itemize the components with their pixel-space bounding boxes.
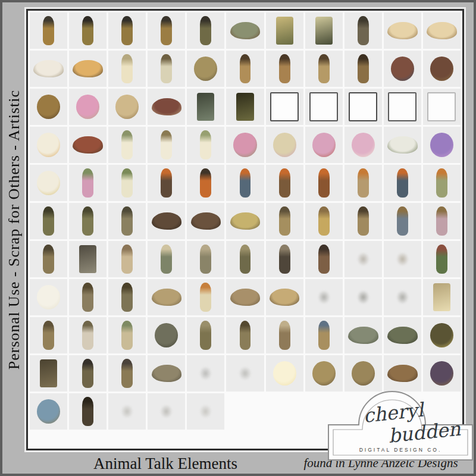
thumb-blue-mushroom-house xyxy=(30,393,67,430)
thumb-mouse-in-tattered-coat xyxy=(69,279,107,315)
thumb-stone-pillar xyxy=(266,241,303,277)
cat-in-overalls-image xyxy=(318,54,330,83)
thumb-pencil-sketch-2 xyxy=(148,393,185,430)
hare-leaping-image xyxy=(279,321,290,350)
thumb-cat-in-ragged-coat xyxy=(108,203,146,239)
cream-butterfly-1-image xyxy=(387,22,417,39)
book-archway-cover-image xyxy=(276,17,293,44)
thumb-hanging-rope-swing xyxy=(345,355,382,392)
fox-gentleman-standing-image xyxy=(279,54,290,83)
thumb-rabbit-walking-satchel xyxy=(226,317,264,353)
straw-boater-hat-image xyxy=(230,212,260,229)
thumb-rabbit-blue-jacket-back xyxy=(305,317,343,353)
hedgehog-girl-yellow-dress-image xyxy=(318,206,330,236)
fox-slim-blue-outfit-image xyxy=(397,168,408,198)
thumb-teacup-and-saucer xyxy=(108,89,146,125)
lamb-girl-in-coat-image xyxy=(121,245,133,274)
vintage-letter-page-image xyxy=(433,283,450,311)
ink-splatter-3-image xyxy=(394,287,411,308)
thumb-fox-dancing xyxy=(187,165,224,201)
fox-girl-green-dress-image xyxy=(436,168,447,198)
cat-in-ragged-coat-image xyxy=(121,206,133,236)
fox-in-tweed-suit-image xyxy=(279,168,290,198)
thumb-cat-in-overalls xyxy=(305,51,343,87)
thumb-teacup-of-roses xyxy=(69,89,107,125)
badger-hiker-backpack-image xyxy=(82,359,93,388)
orange-tip-butterfly-image xyxy=(73,60,102,77)
thumb-speckle-scatter-2 xyxy=(384,241,421,277)
sketched-square-frame-4-image xyxy=(388,92,416,121)
thumb-mushrooms-and-blossom xyxy=(266,127,303,163)
mushroom-colony-image xyxy=(270,289,299,305)
sketched-square-frame-1-image xyxy=(270,92,299,121)
sidebar-usage-band: Personal Use - Scrap for Others - Artist… xyxy=(2,9,26,450)
thumb-badger-girl-on-stump xyxy=(108,355,146,392)
rabbit-in-field-jacket-image xyxy=(43,321,54,350)
hanging-rope-swing-image xyxy=(352,361,375,385)
thumb-hedgehog-girl-yellow-dress xyxy=(305,203,343,239)
thumb-cream-butterfly-2 xyxy=(423,12,461,49)
thumb-candlestick-holder xyxy=(148,51,185,87)
garden-bench-image xyxy=(230,22,260,39)
mossy-boulders-image xyxy=(387,327,417,343)
thumb-pillar-candle xyxy=(108,51,146,87)
thumb-brown-felt-hat-2 xyxy=(187,203,224,239)
white-anemone-flower-image xyxy=(37,133,60,156)
thumb-fox-pointing xyxy=(305,165,343,201)
thumb-smoke-smudge-2 xyxy=(226,355,264,392)
smoke-smudge-1-image xyxy=(197,364,214,384)
wooden-market-stall-image xyxy=(40,359,57,387)
thumb-hollyhock-stalk xyxy=(69,165,107,201)
thumb-hare-leaping xyxy=(266,317,303,353)
cat-in-long-coat-image xyxy=(358,54,369,83)
thumb-glowing-orb xyxy=(266,355,303,392)
thumb-frog-in-jacket-seated xyxy=(30,203,67,239)
thumb-white-wild-rose xyxy=(30,165,67,201)
thumb-single-white-flower-stem xyxy=(148,127,185,163)
old-leather-boot-image xyxy=(358,16,369,45)
thumb-hedgehog-in-overcoat xyxy=(266,203,303,239)
hedgehog-in-blue-scarf-coat-image xyxy=(397,206,408,236)
thumb-frog-standing xyxy=(69,203,107,239)
thumb-sketched-square-frame-1 xyxy=(266,89,303,125)
thumb-lamb-with-backpack xyxy=(148,241,185,277)
thumb-white-posy-cluster xyxy=(384,127,421,163)
thumb-hedgehog-backpacker xyxy=(30,241,67,277)
hollyhock-stalk-image xyxy=(82,168,93,198)
wildflower-spray-image xyxy=(121,168,133,198)
pink-daisy-flower-image xyxy=(312,133,336,156)
frog-in-jacket-seated-image xyxy=(43,206,54,236)
mouse-in-tattered-coat-image xyxy=(82,283,93,312)
thumb-cat-in-long-coat xyxy=(345,51,382,87)
badger-seated-coat-image xyxy=(121,16,133,45)
thumb-hedgehog-in-blue-scarf-coat xyxy=(384,203,421,239)
thumb-fox-lady-with-tail xyxy=(345,165,382,201)
thumb-lamb-girl-in-coat xyxy=(108,241,146,277)
thumb-purple-daisy xyxy=(423,127,461,163)
teacup-of-roses-image xyxy=(76,95,99,118)
product-preview-sheet: Personal Use - Scrap for Others - Artist… xyxy=(0,0,476,476)
street-lamp-post-image xyxy=(318,245,330,274)
brown-felt-hat-1-image xyxy=(152,212,181,229)
thumb-mossy-boulders xyxy=(384,317,421,353)
pencil-sketch-3-image xyxy=(197,402,214,422)
thumb-garden-bench xyxy=(226,12,264,49)
thumb-cream-butterfly-1 xyxy=(384,12,421,49)
thumb-rabbit-in-field-jacket xyxy=(30,317,67,353)
smoke-smudge-2-image xyxy=(236,364,253,384)
rabbit-blue-jacket-back-image xyxy=(318,321,330,350)
cat-in-breeches-image xyxy=(240,54,251,83)
mouse-with-cloak-image xyxy=(121,283,133,312)
speckle-scatter-1-image xyxy=(355,249,372,270)
canopied-swing-seat-image xyxy=(312,361,336,385)
cream-butterfly-2-image xyxy=(427,22,456,39)
badger-girl-on-stump-image xyxy=(121,359,133,388)
product-title: Animal Talk Elements xyxy=(29,455,302,473)
thumb-wooden-handcart xyxy=(187,51,224,87)
thumb-badger-long-coat xyxy=(69,12,107,49)
thumb-rabbit-with-knapsack-back xyxy=(187,317,224,353)
thumb-mossy-stone-ring xyxy=(148,317,185,353)
teacup-and-saucer-image xyxy=(115,95,139,118)
large-mushroom-pair-image xyxy=(152,289,181,305)
brown-felt-hat-2-image xyxy=(191,212,221,229)
